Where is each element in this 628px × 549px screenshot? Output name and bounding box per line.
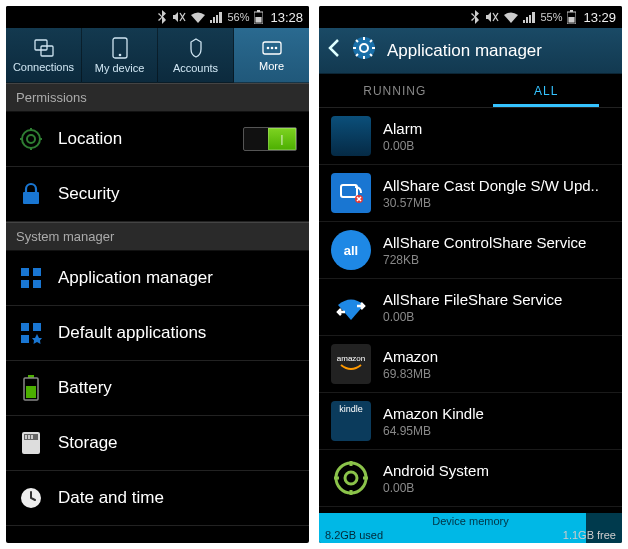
- tab-connections[interactable]: Connections: [6, 28, 82, 83]
- back-button[interactable]: [327, 38, 341, 63]
- row-label: Battery: [58, 378, 112, 398]
- status-bar: 56% 13:28: [6, 6, 309, 28]
- app-size: 64.95MB: [383, 424, 484, 438]
- tab-running[interactable]: RUNNING: [319, 74, 471, 107]
- status-bar: 55% 13:29: [319, 6, 622, 28]
- tab-accounts[interactable]: Accounts: [158, 28, 234, 83]
- app-row[interactable]: Alarm 0.00B: [319, 108, 622, 165]
- svg-marker-21: [32, 334, 42, 344]
- app-row[interactable]: AllShare FileShare Service 0.00B: [319, 279, 622, 336]
- app-row[interactable]: all AllShare ControlShare Service 728KB: [319, 222, 622, 279]
- row-label: Location: [58, 129, 122, 149]
- app-row[interactable]: AllShare Cast Dongle S/W Upd.. 30.57MB: [319, 165, 622, 222]
- row-developer-options[interactable]: { } Developer options: [6, 526, 309, 543]
- tab-label: Connections: [13, 61, 74, 73]
- svg-point-10: [274, 46, 277, 49]
- row-date-time[interactable]: Date and time: [6, 471, 309, 526]
- svg-point-40: [336, 463, 366, 493]
- app-icon-allshare-control: all: [331, 230, 371, 270]
- connections-icon: [33, 38, 55, 58]
- battery-percent: 55%: [540, 11, 562, 23]
- svg-rect-24: [26, 386, 36, 398]
- tab-my-device[interactable]: My device: [82, 28, 158, 83]
- app-name: Amazon Kindle: [383, 405, 484, 422]
- app-row[interactable]: Android System 0.00B: [319, 450, 622, 507]
- svg-rect-16: [21, 280, 29, 288]
- settings-tabs: Connections My device Accounts More: [6, 28, 309, 83]
- svg-point-11: [22, 130, 40, 148]
- location-toggle[interactable]: [243, 127, 297, 151]
- svg-rect-29: [31, 435, 33, 439]
- svg-point-8: [266, 46, 269, 49]
- app-name: Alarm: [383, 120, 422, 137]
- signal-icon: [523, 12, 535, 23]
- app-icon-amazon: amazon: [331, 344, 371, 384]
- svg-rect-34: [570, 10, 573, 12]
- tab-label: More: [259, 60, 284, 72]
- clock-icon: [18, 485, 44, 511]
- app-row[interactable]: kindle Amazon Kindle 64.95MB: [319, 393, 622, 450]
- tab-all[interactable]: ALL: [471, 74, 623, 107]
- app-icon-android-system: [331, 458, 371, 498]
- apps-icon: [18, 265, 44, 291]
- clock: 13:28: [270, 10, 303, 25]
- location-icon: [18, 126, 44, 152]
- settings-gear-icon[interactable]: [351, 35, 377, 66]
- app-icon-alarm: [331, 116, 371, 156]
- row-storage[interactable]: Storage: [6, 416, 309, 471]
- svg-rect-13: [23, 192, 39, 204]
- signal-icon: [210, 12, 222, 23]
- clock: 13:29: [583, 10, 616, 25]
- svg-rect-38: [341, 185, 357, 197]
- app-size: 0.00B: [383, 139, 422, 153]
- svg-rect-28: [28, 435, 30, 439]
- app-row[interactable]: amazon Amazon 69.83MB: [319, 336, 622, 393]
- svg-rect-17: [33, 280, 41, 288]
- storage-icon: [18, 430, 44, 456]
- row-battery[interactable]: Battery: [6, 361, 309, 416]
- app-icon-kindle: kindle: [331, 401, 371, 441]
- storage-usage-bar: Device memory 8.2GB used 1.1GB free: [319, 513, 622, 543]
- app-list[interactable]: Alarm 0.00B AllShare Cast Dongle S/W Upd…: [319, 108, 622, 538]
- security-icon: [18, 181, 44, 207]
- settings-screen: 56% 13:28 Connections My device Accounts…: [6, 6, 309, 543]
- wifi-icon: [504, 12, 518, 23]
- tab-more[interactable]: More: [234, 28, 309, 83]
- accounts-icon: [187, 37, 205, 59]
- row-label: Security: [58, 184, 119, 204]
- section-permissions: Permissions: [6, 83, 309, 112]
- bluetooth-icon: [158, 10, 167, 24]
- section-system: System manager: [6, 222, 309, 251]
- svg-rect-27: [25, 435, 27, 439]
- storage-free: 1.1GB free: [563, 529, 616, 541]
- wifi-icon: [191, 12, 205, 23]
- svg-point-9: [270, 46, 273, 49]
- row-label: Application manager: [58, 268, 213, 288]
- battery-icon: [567, 10, 576, 24]
- row-label: Date and time: [58, 488, 164, 508]
- storage-label: Device memory: [432, 515, 508, 527]
- tab-label: Accounts: [173, 62, 218, 74]
- svg-point-41: [345, 472, 357, 484]
- app-name: Android System: [383, 462, 489, 479]
- app-icon-allshare-fileshare: [331, 287, 371, 327]
- mute-icon: [485, 11, 499, 23]
- svg-rect-18: [21, 323, 29, 331]
- app-size: 69.83MB: [383, 367, 438, 381]
- more-icon: [260, 39, 284, 57]
- svg-rect-15: [33, 268, 41, 276]
- battery-row-icon: [18, 375, 44, 401]
- app-size: 30.57MB: [383, 196, 599, 210]
- default-apps-icon: [18, 320, 44, 346]
- row-application-manager[interactable]: Application manager: [6, 251, 309, 306]
- app-manager-tabs: RUNNING ALL: [319, 74, 622, 108]
- svg-rect-2: [256, 17, 262, 23]
- app-icon-allshare-cast: [331, 173, 371, 213]
- svg-rect-20: [21, 335, 29, 343]
- bluetooth-icon: [471, 10, 480, 24]
- row-security[interactable]: Security: [6, 167, 309, 222]
- row-default-applications[interactable]: Default applications: [6, 306, 309, 361]
- row-location[interactable]: Location: [6, 112, 309, 167]
- app-header: Application manager: [319, 28, 622, 74]
- app-size: 0.00B: [383, 310, 562, 324]
